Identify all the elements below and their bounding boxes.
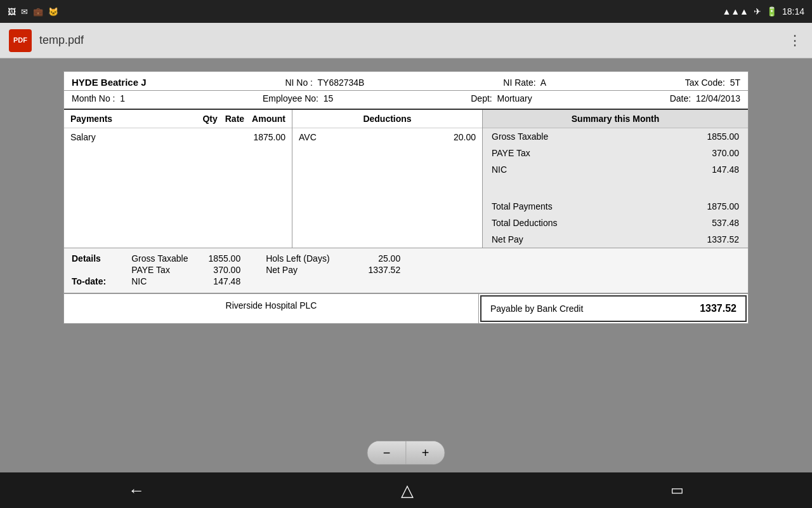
- cat-icon: 🐱: [48, 7, 58, 17]
- payments-column: Payments Qty Rate Amount Salary 1875.00: [64, 110, 292, 248]
- file-name: temp.pdf: [39, 34, 84, 47]
- summary-net-pay: Net Pay 1337.52: [483, 231, 748, 248]
- details-nic-row: NIC 147.48: [131, 276, 240, 286]
- details-netpay-row: Net Pay 1337.52: [266, 265, 400, 275]
- date-field: Date: 12/04/2013: [670, 93, 740, 104]
- status-bar-left: 🖼 ✉ 💼 🐱: [8, 7, 58, 17]
- details-label: Details: [72, 253, 106, 264]
- wifi-icon: ▲▲▲: [722, 6, 749, 17]
- footer-payment-info: Payable by Bank Credit 1337.52: [480, 295, 747, 322]
- home-button[interactable]: △: [401, 481, 414, 500]
- title-bar-left: PDF temp.pdf: [9, 29, 84, 52]
- zoom-in-button[interactable]: +: [407, 441, 445, 464]
- bottom-nav-bar: ← △ ▭: [0, 472, 812, 508]
- briefcase-icon: 💼: [33, 7, 43, 17]
- details-gross-row: Gross Taxable 1855.00: [131, 253, 240, 264]
- details-paye-row: PAYE Tax 370.00: [131, 265, 240, 275]
- summary-gross-taxable: Gross Taxable 1855.00: [483, 128, 748, 145]
- month-no-field: Month No : 1: [72, 93, 125, 104]
- payslip-document: HYDE Beatrice J NI No : TY682734B NI Rat…: [63, 71, 749, 324]
- zoom-bar: − +: [367, 441, 445, 465]
- footer-company: Riverside Hospital PLC: [64, 294, 479, 323]
- airplane-icon: ✈: [754, 6, 761, 17]
- payable-label: Payable by Bank Credit: [490, 304, 583, 314]
- deductions-avc-row: AVC 20.00: [292, 128, 482, 146]
- main-section: Payments Qty Rate Amount Salary 1875.00 …: [64, 110, 748, 248]
- details-section: Details To-date: Gross Taxable 1855.00 P…: [64, 248, 748, 293]
- summary-total-payments: Total Payments 1875.00: [483, 198, 748, 215]
- employee-no-field: Employee No: 15: [263, 93, 333, 104]
- dept-field: Dept: Mortuary: [471, 93, 532, 104]
- details-right-block: Hols Left (Days) 25.00 Net Pay 1337.52: [266, 253, 400, 288]
- employee-header-row1: HYDE Beatrice J NI No : TY682734B NI Rat…: [64, 72, 748, 91]
- summary-nic: NIC 147.48: [483, 161, 748, 178]
- employee-name: HYDE Beatrice J: [72, 77, 147, 88]
- summary-paye-tax: PAYE Tax 370.00: [483, 145, 748, 161]
- gallery-icon: 🖼: [8, 7, 16, 17]
- footer-section: Riverside Hospital PLC Payable by Bank C…: [64, 293, 748, 323]
- ni-no-field: NI No : TY682734B: [285, 77, 364, 88]
- details-hols-row: Hols Left (Days) 25.00: [266, 253, 400, 264]
- details-left-block: Gross Taxable 1855.00 PAYE Tax 370.00 NI…: [131, 253, 240, 288]
- recents-button[interactable]: ▭: [671, 482, 684, 498]
- mail-icon: ✉: [21, 7, 28, 17]
- status-bar-right: ▲▲▲ ✈ 🔋 18:14: [722, 6, 804, 17]
- title-bar: PDF temp.pdf ⋮: [0, 23, 812, 58]
- salary-amount: 1875.00: [253, 132, 285, 142]
- avc-amount: 20.00: [454, 132, 476, 142]
- payments-salary-row: Salary 1875.00: [64, 128, 292, 146]
- payments-header: Payments Qty Rate Amount: [64, 110, 292, 128]
- todate-label: To-date:: [72, 276, 106, 286]
- status-bar: 🖼 ✉ 💼 🐱 ▲▲▲ ✈ 🔋 18:14: [0, 0, 812, 23]
- details-labels-col: Details To-date:: [72, 253, 106, 288]
- pdf-app-icon: PDF: [9, 29, 32, 52]
- details-inner: Details To-date: Gross Taxable 1855.00 P…: [72, 253, 740, 288]
- salary-label: Salary: [70, 132, 253, 142]
- zoom-out-button[interactable]: −: [368, 441, 406, 464]
- tax-code-field: Tax Code: 5T: [685, 77, 740, 88]
- summary-spacer2: [483, 188, 748, 198]
- deductions-column: Deductions AVC 20.00: [292, 110, 483, 248]
- ni-rate-field: NI Rate: A: [503, 77, 546, 88]
- summary-total-deductions: Total Deductions 537.48: [483, 215, 748, 231]
- deductions-header: Deductions: [292, 110, 482, 128]
- avc-label: AVC: [299, 132, 317, 142]
- summary-spacer: [483, 178, 748, 188]
- summary-column: Summary this Month Gross Taxable 1855.00…: [483, 110, 748, 248]
- battery-icon: 🔋: [766, 6, 777, 17]
- payable-amount: 1337.52: [700, 303, 737, 314]
- summary-header: Summary this Month: [483, 110, 748, 128]
- overflow-menu-button[interactable]: ⋮: [788, 32, 803, 49]
- pdf-icon-label: PDF: [13, 36, 27, 44]
- time-display: 18:14: [782, 6, 804, 17]
- employee-header-row2: Month No : 1 Employee No: 15 Dept: Mortu…: [64, 91, 748, 110]
- back-button[interactable]: ←: [128, 481, 145, 500]
- content-area: HYDE Beatrice J NI No : TY682734B NI Rat…: [0, 58, 812, 472]
